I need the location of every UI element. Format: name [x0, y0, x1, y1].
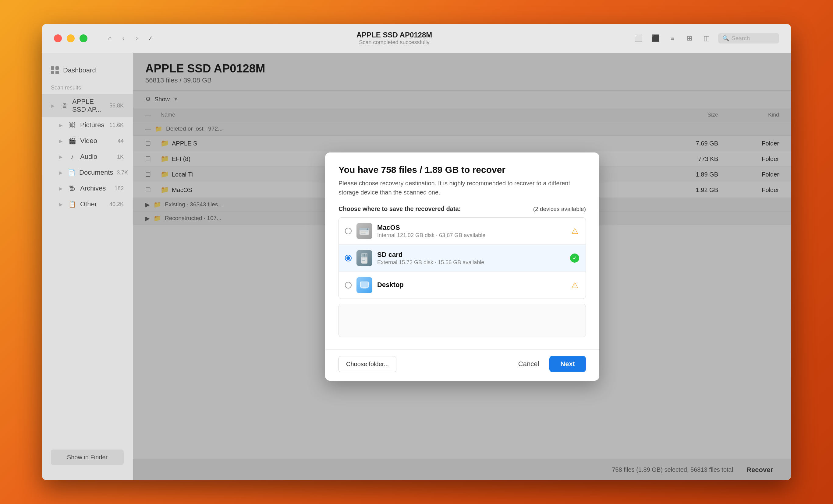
- svg-rect-8: [364, 254, 365, 257]
- expand-arrow-icon: ▶: [59, 201, 63, 207]
- panel-icon[interactable]: ◫: [701, 33, 712, 44]
- sdcard-icon: [356, 250, 372, 266]
- device-item-sdcard[interactable]: SD card External 15.72 GB disk · 15.56 G…: [339, 245, 586, 272]
- expand-arrow-icon: ▶: [59, 122, 63, 128]
- main-window: ⌂ ‹ › ✓ APPLE SSD AP0128M Scan completed…: [42, 24, 791, 480]
- maximize-button[interactable]: [79, 34, 88, 42]
- sidebar-section-title: Scan results: [42, 78, 133, 94]
- grid-view-icon[interactable]: ⊞: [684, 33, 695, 44]
- titlebar-center: APPLE SSD AP0128M Scan completed success…: [163, 31, 625, 46]
- expand-arrow-icon: ▶: [59, 154, 63, 160]
- svg-rect-4: [361, 233, 365, 233]
- search-icon: 🔍: [722, 35, 729, 42]
- warning-icon: ⚠: [571, 226, 578, 236]
- sdcard-info: SD card External 15.72 GB disk · 15.56 G…: [377, 251, 565, 266]
- macos-name: MacOS: [377, 224, 565, 232]
- sidebar-item-pictures[interactable]: ▶ 🖼 Pictures 11.6K: [42, 117, 133, 133]
- expand-arrow-icon: ▶: [59, 170, 63, 176]
- custom-folder-area: [338, 304, 586, 337]
- svg-rect-7: [362, 254, 363, 257]
- dialog-title: You have 758 files / 1.89 GB to recover: [338, 165, 586, 175]
- search-placeholder: Search: [732, 35, 750, 42]
- home-button[interactable]: ⌂: [104, 33, 116, 44]
- svg-rect-13: [361, 282, 368, 287]
- folder-icon[interactable]: ⬛: [650, 33, 661, 44]
- macos-desc: Internal 121.02 GB disk · 63.67 GB avail…: [377, 232, 565, 238]
- close-button[interactable]: [54, 34, 62, 42]
- titlebar-subtitle: Scan completed successfully: [359, 39, 429, 46]
- expand-arrow-icon: ▶: [59, 138, 63, 144]
- search-box[interactable]: 🔍 Search: [718, 33, 779, 44]
- radio-macos[interactable]: [345, 228, 352, 234]
- titlebar: ⌂ ‹ › ✓ APPLE SSD AP0128M Scan completed…: [42, 24, 791, 53]
- sidebar-item-documents[interactable]: ▶ 📄 Documents 3.7K: [42, 165, 133, 180]
- device-item-macos[interactable]: MacOS Internal 121.02 GB disk · 63.67 GB…: [339, 218, 586, 245]
- dialog-body: You have 758 files / 1.89 GB to recover …: [325, 152, 599, 349]
- sidebar-item-archives[interactable]: ▶ 🗜 Archives 182: [42, 180, 133, 196]
- right-content: APPLE SSD AP0128M 56813 files / 39.08 GB…: [133, 53, 791, 480]
- minimize-button[interactable]: [67, 34, 75, 42]
- modal-overlay: You have 758 files / 1.89 GB to recover …: [133, 53, 791, 480]
- device-item-desktop[interactable]: Desktop ⚠: [339, 272, 586, 299]
- recovery-dialog: You have 758 files / 1.89 GB to recover …: [325, 152, 599, 381]
- dashboard-label: Dashboard: [63, 66, 96, 74]
- check-button: ✓: [145, 33, 156, 44]
- dashboard-icon: [51, 66, 59, 74]
- svg-rect-15: [361, 288, 367, 289]
- sidebar-item-audio[interactable]: ▶ ♪ Audio 1K: [42, 149, 133, 165]
- file-icon[interactable]: ⬜: [633, 33, 644, 44]
- warning-icon: ⚠: [571, 281, 578, 290]
- main-content: Dashboard Scan results ▶ 🖥 APPLE SSD AP.…: [42, 53, 791, 480]
- titlebar-title: APPLE SSD AP0128M: [356, 31, 432, 39]
- drive-icon: 🖥: [60, 101, 69, 110]
- radio-desktop[interactable]: [345, 282, 352, 288]
- audio-icon: ♪: [68, 152, 76, 161]
- svg-rect-3: [361, 232, 368, 232]
- back-button[interactable]: ‹: [118, 33, 129, 44]
- expand-arrow-icon: ▶: [51, 103, 54, 109]
- nav-buttons: ⌂ ‹ › ✓: [104, 33, 156, 44]
- checkmark-icon: ✓: [570, 254, 579, 263]
- choose-folder-button[interactable]: Choose folder...: [338, 356, 397, 372]
- choose-label-row: Choose where to save the recovered data:…: [338, 205, 586, 212]
- dialog-description: Please choose recovery destination. It i…: [338, 179, 586, 197]
- cancel-button[interactable]: Cancel: [512, 356, 545, 372]
- devices-available: (2 devices available): [533, 206, 586, 212]
- sidebar-bottom: Show in Finder: [42, 444, 133, 471]
- choose-label: Choose where to save the recovered data:: [338, 205, 461, 212]
- archives-icon: 🗜: [68, 184, 76, 193]
- forward-button[interactable]: ›: [131, 33, 142, 44]
- sidebar-item-video[interactable]: ▶ 🎬 Video 44: [42, 133, 133, 149]
- radio-sdcard[interactable]: [345, 255, 352, 261]
- svg-point-2: [367, 229, 368, 230]
- other-icon: 📋: [68, 200, 76, 208]
- device-list: MacOS Internal 121.02 GB disk · 63.67 GB…: [338, 217, 586, 299]
- show-in-finder-button[interactable]: Show in Finder: [51, 450, 124, 465]
- dialog-footer: Choose folder... Cancel Next: [325, 349, 599, 381]
- video-icon: 🎬: [68, 137, 76, 145]
- desktop-status: ⚠: [570, 280, 579, 290]
- sidebar: Dashboard Scan results ▶ 🖥 APPLE SSD AP.…: [42, 53, 133, 480]
- desktop-name: Desktop: [377, 281, 565, 289]
- svg-rect-9: [365, 254, 366, 257]
- sdcard-name: SD card: [377, 251, 565, 259]
- macos-status: ⚠: [570, 226, 579, 236]
- desktop-info: Desktop: [377, 281, 565, 289]
- sidebar-item-other[interactable]: ▶ 📋 Other 40.2K: [42, 196, 133, 212]
- dashboard-button[interactable]: Dashboard: [42, 62, 133, 78]
- list-view-icon[interactable]: ≡: [667, 33, 678, 44]
- titlebar-right: ⬜ ⬛ ≡ ⊞ ◫ 🔍 Search: [633, 33, 779, 44]
- sdcard-status: ✓: [570, 253, 579, 263]
- documents-icon: 📄: [68, 168, 76, 177]
- svg-rect-10: [362, 259, 366, 259]
- macos-info: MacOS Internal 121.02 GB disk · 63.67 GB…: [377, 224, 565, 238]
- macos-drive-icon: [356, 223, 372, 239]
- dialog-right-buttons: Cancel Next: [512, 356, 586, 372]
- next-button[interactable]: Next: [549, 356, 586, 372]
- sdcard-desc: External 15.72 GB disk · 15.56 GB availa…: [377, 259, 565, 266]
- svg-rect-11: [362, 260, 365, 260]
- sidebar-item-apple-ssd[interactable]: ▶ 🖥 APPLE SSD AP... 56.8K: [42, 94, 133, 117]
- traffic-lights: [54, 34, 88, 42]
- expand-arrow-icon: ▶: [59, 186, 63, 192]
- svg-rect-14: [362, 287, 366, 288]
